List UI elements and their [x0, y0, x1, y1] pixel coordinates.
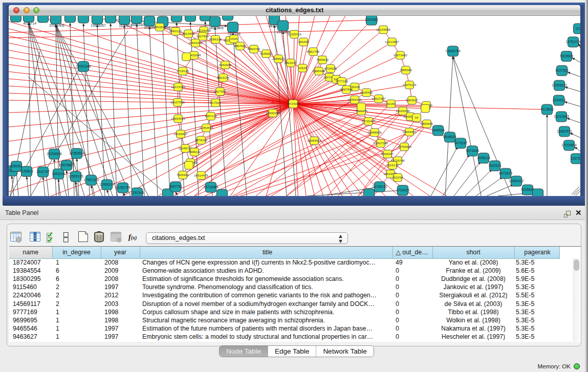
svg-text:2942757: 2942757 [36, 170, 50, 173]
svg-text:252254: 252254 [393, 176, 403, 179]
svg-text:9329966: 9329966 [560, 54, 573, 58]
svg-text:1244413: 1244413 [552, 98, 565, 102]
svg-text:9463627: 9463627 [406, 98, 419, 102]
svg-text:19751074: 19751074 [565, 40, 580, 43]
svg-text:12975115: 12975115 [402, 83, 417, 86]
svg-text:12213967: 12213967 [385, 40, 399, 43]
svg-text:19166827: 19166827 [173, 132, 188, 136]
svg-text:16914479: 16914479 [194, 173, 208, 177]
svg-text:15720407: 15720407 [361, 119, 376, 123]
svg-text:3498222: 3498222 [188, 150, 201, 154]
svg-text:23975867: 23975867 [59, 163, 74, 167]
svg-text:04: 04 [415, 116, 419, 119]
svg-text:1615132: 1615132 [386, 163, 399, 167]
svg-text:8660123: 8660123 [169, 29, 182, 33]
svg-text:10607487: 10607487 [372, 97, 386, 100]
svg-text:13226058: 13226058 [197, 29, 211, 32]
svg-text:19654923: 19654923 [402, 130, 417, 134]
svg-text:11353594: 11353594 [199, 126, 213, 129]
svg-text:2718126: 2718126 [177, 69, 189, 73]
svg-text:20091406: 20091406 [49, 24, 64, 27]
svg-text:8427552: 8427552 [214, 90, 227, 93]
svg-text:8454749: 8454749 [248, 47, 260, 51]
svg-text:1292346: 1292346 [130, 191, 144, 194]
svg-text:10107552: 10107552 [170, 100, 185, 104]
svg-text:15807249: 15807249 [374, 141, 388, 145]
svg-text:8267130: 8267130 [205, 114, 217, 118]
svg-text:835061: 835061 [11, 164, 22, 168]
svg-text:15900295: 15900295 [266, 111, 280, 115]
svg-text:12505135: 12505135 [68, 174, 83, 178]
svg-text:7955812: 7955812 [316, 58, 329, 61]
svg-text:8990448: 8990448 [313, 69, 325, 73]
svg-text:f(x): f(x) [128, 233, 137, 241]
svg-text:9474444: 9474444 [466, 149, 479, 152]
svg-text:8822037: 8822037 [285, 61, 297, 64]
svg-text:8961758: 8961758 [307, 50, 320, 53]
svg-text:6897568: 6897568 [340, 87, 353, 91]
svg-text:16154808: 16154808 [376, 28, 390, 31]
svg-text:16033809: 16033809 [208, 26, 224, 30]
svg-text:1451194: 1451194 [52, 172, 65, 176]
svg-text:1527602: 1527602 [119, 24, 132, 28]
svg-text:62160: 62160 [386, 102, 396, 105]
svg-text:4055714: 4055714 [23, 21, 36, 25]
svg-text:917004: 917004 [210, 101, 221, 104]
svg-text:2867608: 2867608 [234, 44, 247, 48]
svg-text:10654112: 10654112 [509, 179, 524, 183]
svg-text:16648784: 16648784 [445, 49, 461, 53]
svg-text:9113833: 9113833 [540, 107, 554, 111]
svg-text:10973493: 10973493 [393, 53, 407, 57]
svg-text:8938924: 8938924 [443, 135, 456, 139]
svg-text:7357224: 7357224 [227, 32, 241, 35]
svg-text:1156819: 1156819 [20, 169, 33, 173]
svg-text:7485063: 7485063 [400, 68, 412, 72]
svg-text:6466160: 6466160 [131, 23, 144, 27]
svg-text:8471676: 8471676 [499, 171, 512, 175]
svg-text:186409: 186409 [298, 40, 309, 43]
svg-text:15716485: 15716485 [203, 185, 219, 189]
svg-text:7625402: 7625402 [177, 173, 189, 177]
svg-text:19384554: 19384554 [307, 139, 321, 142]
svg-text:20206536: 20206536 [47, 152, 62, 156]
svg-text:18724007: 18724007 [286, 102, 300, 105]
svg-text:17016504: 17016504 [561, 143, 577, 147]
svg-text:9227342: 9227342 [555, 69, 569, 72]
svg-text:1938455: 1938455 [360, 91, 373, 94]
svg-text:9457791: 9457791 [169, 185, 182, 188]
svg-text:1733426: 1733426 [396, 188, 409, 192]
svg-text:10688609: 10688609 [367, 130, 382, 134]
svg-text:12213369: 12213369 [171, 85, 185, 89]
svg-text:12093872: 12093872 [552, 83, 567, 87]
svg-text:7563822: 7563822 [154, 25, 166, 29]
svg-text:10543342: 10543342 [188, 41, 203, 45]
svg-text:116753: 116753 [571, 157, 580, 160]
svg-text:9242848: 9242848 [219, 63, 232, 67]
svg-text:2935114: 2935114 [477, 156, 490, 160]
svg-text:19654915: 19654915 [171, 117, 185, 120]
svg-text:8878332: 8878332 [195, 138, 208, 142]
svg-text:16782759: 16782759 [115, 186, 130, 189]
svg-text:10958107: 10958107 [99, 183, 115, 186]
svg-text:9327506: 9327506 [197, 34, 209, 38]
svg-text:14136141: 14136141 [372, 185, 387, 188]
svg-text:10025438: 10025438 [396, 109, 410, 113]
svg-text:9084067: 9084067 [381, 152, 394, 156]
svg-text:9479197: 9479197 [454, 141, 467, 145]
svg-text:13626: 13626 [298, 66, 307, 70]
svg-text:11325419: 11325419 [287, 32, 301, 36]
svg-text:20053346: 20053346 [76, 64, 91, 68]
svg-text:17353934: 17353934 [69, 151, 84, 155]
svg-text:7632621: 7632621 [488, 164, 502, 167]
svg-text:9777169: 9777169 [336, 79, 349, 83]
svg-text:1117: 1117 [575, 27, 580, 30]
svg-text:16210643: 16210643 [554, 115, 569, 118]
svg-text:1588520: 1588520 [272, 57, 285, 60]
svg-text:10655267: 10655267 [91, 24, 106, 27]
svg-text:2803144: 2803144 [217, 76, 230, 79]
svg-text:15692971: 15692971 [557, 129, 572, 133]
svg-text:8186328: 8186328 [209, 37, 222, 41]
svg-text:6734028: 6734028 [324, 67, 337, 70]
svg-text:1440934: 1440934 [431, 128, 445, 132]
svg-text:2087682: 2087682 [365, 18, 378, 21]
